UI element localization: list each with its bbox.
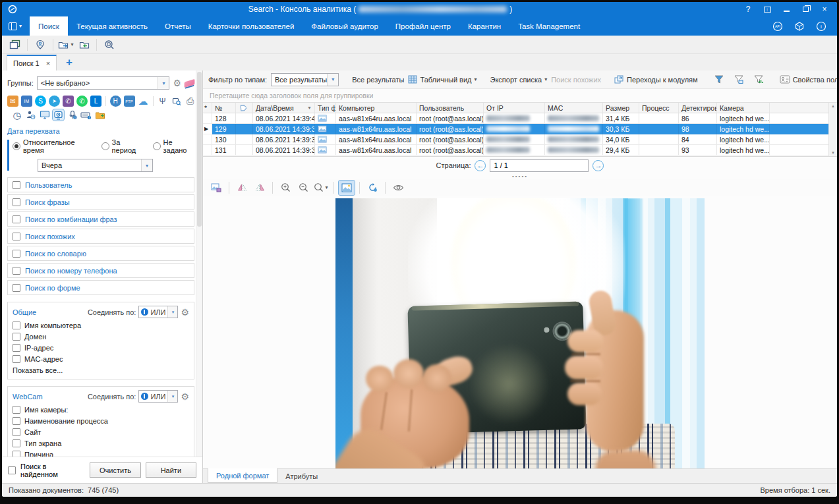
checkbox[interactable]: [13, 233, 20, 240]
table-scrollbar[interactable]: ▲ ▼: [828, 103, 837, 156]
filter-funnel-monitor-icon[interactable]: [731, 72, 747, 87]
export-list-button[interactable]: Экспорт списка▾: [490, 76, 548, 84]
filter-funnel-chart-icon[interactable]: [751, 72, 767, 87]
printer-icon[interactable]: ⎙: [185, 96, 196, 107]
im-icon[interactable]: IM: [21, 96, 32, 107]
header-user[interactable]: Пользователь: [417, 103, 484, 113]
webcam-photo[interactable]: mi: [335, 198, 705, 468]
user-activity-icon[interactable]: [25, 109, 36, 121]
rotate-left-button[interactable]: [234, 181, 250, 195]
clock-icon[interactable]: ◷: [11, 109, 22, 121]
go-to-modules-button[interactable]: Переходы к модулям: [614, 75, 698, 84]
filter-by-type-dropdown[interactable]: Все результаты ▾: [271, 73, 339, 86]
prev-page-button[interactable]: ←: [475, 160, 486, 171]
user-search-button[interactable]: [32, 38, 48, 52]
header-datetime[interactable]: Дата\Время▼: [253, 103, 315, 113]
ftp-icon[interactable]: FTP: [124, 96, 135, 107]
api-icon[interactable]: API: [772, 21, 783, 32]
tab-reports[interactable]: Отчеты: [156, 16, 200, 36]
telegram-icon[interactable]: ➤: [49, 96, 60, 107]
http-icon[interactable]: H: [110, 96, 121, 107]
tab-search[interactable]: Поиск: [30, 16, 68, 36]
clear-groups-eraser-icon[interactable]: [185, 78, 195, 87]
checkbox[interactable]: [13, 181, 20, 189]
filter-phrase-combo[interactable]: Поиск по комбинации фраз: [7, 211, 194, 227]
rotate-right-button[interactable]: [252, 181, 268, 195]
filter-form[interactable]: Поиск по форме: [7, 280, 194, 295]
common-computer-name[interactable]: Имя компьютера: [13, 322, 189, 329]
usb-icon[interactable]: Ψ: [157, 96, 168, 107]
groups-dropdown[interactable]: <Не выбрано> ▾: [37, 76, 170, 90]
open-folder-import-button[interactable]: [76, 38, 92, 52]
common-ip-address[interactable]: IP-адрес: [13, 344, 189, 352]
whatsapp-icon[interactable]: ✆: [76, 96, 88, 107]
common-join-dropdown[interactable]: ИЛИ ▾: [138, 306, 178, 318]
checkbox[interactable]: [13, 322, 20, 329]
id-search-button[interactable]: [101, 38, 117, 52]
radio-period[interactable]: [101, 142, 109, 150]
radio-not-set[interactable]: [153, 142, 161, 150]
close-button[interactable]: ×: [820, 5, 829, 14]
webcam-site[interactable]: Сайт: [13, 428, 189, 436]
checkbox[interactable]: [13, 406, 20, 414]
checkbox[interactable]: [13, 284, 20, 292]
filter-funnel-blue-icon[interactable]: [711, 72, 727, 87]
zoom-in-button[interactable]: [277, 181, 293, 195]
checkbox[interactable]: [13, 215, 20, 223]
user-properties-button[interactable]: Свойства пользо...: [780, 75, 837, 84]
keyboard-icon[interactable]: i: [80, 109, 92, 121]
tab-quarantine[interactable]: Карантин: [459, 16, 509, 36]
webcam-settings-gear-icon[interactable]: ⚙: [181, 392, 189, 401]
tab-native-format[interactable]: Родной формат: [208, 468, 277, 483]
files-icon[interactable]: [94, 109, 105, 121]
checkbox[interactable]: [13, 344, 20, 352]
fit-to-window-button[interactable]: [339, 181, 355, 195]
microphone-icon[interactable]: i: [67, 109, 78, 121]
splitter-handle[interactable]: •••••: [203, 174, 837, 179]
table-row[interactable]: 130 08.06.2021 14:39:36 aas-w81x64ru.aas…: [203, 134, 828, 145]
checkbox[interactable]: [13, 250, 20, 258]
preview-eye-button[interactable]: [390, 181, 406, 195]
checkbox[interactable]: [13, 198, 20, 206]
checkbox[interactable]: [13, 451, 20, 457]
scroll-up-icon[interactable]: ▲: [831, 104, 835, 108]
mail-icon[interactable]: ✉: [7, 96, 18, 107]
webcam-icon[interactable]: [53, 109, 64, 121]
groups-settings-gear-icon[interactable]: ⚙: [173, 78, 181, 88]
header-computer[interactable]: Компьютер: [336, 103, 417, 113]
tab-attributes[interactable]: Атрибуты: [277, 469, 326, 483]
tab-task-management[interactable]: Task Management: [509, 16, 589, 36]
tab-user-cards[interactable]: Карточки пользователей: [200, 16, 303, 36]
checkbox[interactable]: [13, 267, 20, 275]
open-folder-export-button[interactable]: ▾: [58, 38, 74, 52]
checkbox[interactable]: [13, 333, 20, 341]
checkbox[interactable]: [13, 439, 20, 447]
minimize-button[interactable]: [782, 5, 791, 14]
zoom-out-button[interactable]: [295, 181, 311, 195]
filter-user[interactable]: Пользователь: [7, 177, 194, 192]
show-all-link[interactable]: Показать все...: [13, 366, 189, 374]
sidebar-scrollbar[interactable]: [196, 70, 202, 457]
header-process[interactable]: Процесс: [639, 103, 679, 113]
common-domain[interactable]: Домен: [13, 333, 189, 341]
lync-icon[interactable]: L: [90, 96, 101, 107]
webcam-join-dropdown[interactable]: ИЛИ ▾: [138, 390, 178, 403]
checkbox[interactable]: [13, 428, 20, 436]
checkbox[interactable]: [13, 355, 20, 363]
filter-phrase[interactable]: Поиск фразы: [7, 194, 194, 210]
clear-button[interactable]: Очистить: [90, 462, 140, 478]
relative-time-dropdown[interactable]: Вчера ▾: [38, 159, 153, 172]
close-tab-icon[interactable]: ×: [46, 59, 50, 67]
common-mac-address[interactable]: MAC-адрес: [13, 355, 189, 363]
header-from-ip[interactable]: От IP: [484, 103, 545, 113]
pin-window-button[interactable]: ↑: [763, 5, 772, 14]
filter-phone-number[interactable]: Поиск по номеру телефона: [7, 263, 194, 278]
checkbox[interactable]: [13, 417, 20, 425]
next-page-button[interactable]: →: [593, 160, 604, 171]
info-icon[interactable]: i: [816, 21, 826, 32]
zoom-level-button[interactable]: ▾: [313, 181, 329, 195]
webcam-reason[interactable]: Причина: [13, 451, 189, 457]
scrollbar-thumb[interactable]: [197, 72, 202, 227]
device-search-icon[interactable]: [171, 96, 182, 107]
header-num[interactable]: №: [212, 103, 236, 113]
